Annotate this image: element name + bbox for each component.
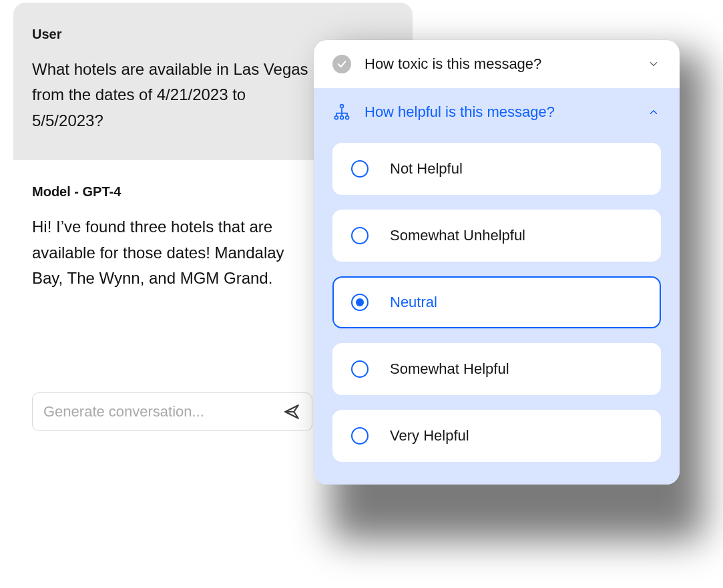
chevron-up-icon xyxy=(646,105,661,119)
option-label: Very Helpful xyxy=(390,427,469,445)
send-button[interactable] xyxy=(282,402,301,421)
radio-icon xyxy=(351,427,369,445)
chevron-down-icon xyxy=(646,57,661,71)
option-somewhat-helpful[interactable]: Somewhat Helpful xyxy=(332,343,661,395)
message-input-row xyxy=(32,392,312,431)
model-message-text: Hi! I’ve found three hotels that are ava… xyxy=(32,214,299,291)
option-label: Somewhat Unhelpful xyxy=(390,227,525,244)
branch-icon xyxy=(332,103,351,121)
radio-icon xyxy=(351,360,369,378)
option-label: Neutral xyxy=(390,294,437,311)
radio-icon xyxy=(351,227,369,244)
radio-icon xyxy=(351,160,369,178)
message-input[interactable] xyxy=(43,403,282,420)
option-label: Somewhat Helpful xyxy=(390,360,509,378)
section-helpfulness-title: How helpful is this message? xyxy=(365,103,633,121)
section-toxicity-title: How toxic is this message? xyxy=(365,55,633,73)
section-helpfulness[interactable]: How helpful is this message? xyxy=(314,88,680,136)
option-not-helpful[interactable]: Not Helpful xyxy=(332,143,661,195)
radio-icon xyxy=(351,294,369,311)
option-label: Not Helpful xyxy=(390,160,463,178)
option-somewhat-unhelpful[interactable]: Somewhat Unhelpful xyxy=(332,210,661,262)
option-very-helpful[interactable]: Very Helpful xyxy=(332,410,661,462)
helpfulness-options: Not Helpful Somewhat Unhelpful Neutral S… xyxy=(314,136,680,485)
option-neutral[interactable]: Neutral xyxy=(332,276,661,328)
check-complete-icon xyxy=(332,55,351,73)
user-message-text: What hotels are available in Las Vegas f… xyxy=(32,57,312,133)
section-toxicity[interactable]: How toxic is this message? xyxy=(314,40,680,88)
feedback-panel: How toxic is this message? How helpful i… xyxy=(314,40,680,485)
send-icon xyxy=(283,403,300,420)
